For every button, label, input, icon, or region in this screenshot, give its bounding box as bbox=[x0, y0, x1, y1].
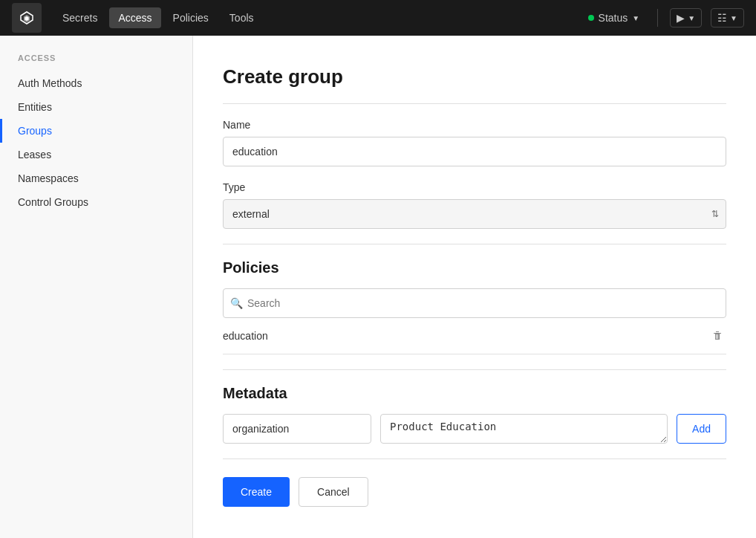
policies-divider bbox=[223, 244, 726, 244]
metadata-value-input[interactable] bbox=[380, 414, 668, 444]
terminal-button[interactable]: ▶ ▼ bbox=[670, 8, 702, 27]
sidebar-item-leases[interactable]: Leases bbox=[0, 143, 192, 166]
policy-row: education bbox=[223, 318, 726, 354]
top-nav: Secrets Access Policies Tools Status ▼ ▶… bbox=[0, 0, 756, 36]
vault-logo-icon bbox=[19, 10, 34, 25]
search-wrapper: 🔍 bbox=[223, 288, 726, 318]
sidebar-label-entities: Entities bbox=[18, 101, 52, 113]
actions: Create Cancel bbox=[223, 477, 726, 507]
sidebar-label-control-groups: Control Groups bbox=[18, 196, 88, 208]
layout: ACCESS Auth Methods Entities Groups Leas… bbox=[0, 36, 756, 538]
delete-policy-button[interactable] bbox=[708, 327, 726, 345]
nav-access[interactable]: Access bbox=[109, 7, 160, 28]
metadata-title: Metadata bbox=[223, 385, 726, 402]
status-chevron-icon: ▼ bbox=[632, 14, 639, 22]
type-label: Type bbox=[223, 181, 726, 193]
actions-divider bbox=[223, 458, 726, 459]
name-group: Name bbox=[223, 119, 726, 166]
nav-policies[interactable]: Policies bbox=[164, 7, 218, 28]
add-metadata-button[interactable]: Add bbox=[677, 414, 726, 444]
sidebar-item-auth-methods[interactable]: Auth Methods bbox=[0, 71, 192, 95]
status-dot-icon bbox=[588, 15, 594, 21]
user-icon: ☷ bbox=[717, 12, 727, 24]
policies-title: Policies bbox=[223, 259, 726, 276]
nav-tools[interactable]: Tools bbox=[221, 7, 263, 28]
type-select-wrapper: internal external ⇅ bbox=[223, 199, 726, 229]
sidebar-label-auth-methods: Auth Methods bbox=[18, 77, 82, 89]
user-chevron-icon: ▼ bbox=[730, 14, 737, 22]
terminal-chevron-icon: ▼ bbox=[688, 14, 695, 22]
cancel-button[interactable]: Cancel bbox=[299, 477, 368, 507]
type-select[interactable]: internal external bbox=[223, 199, 726, 229]
status-label: Status bbox=[599, 12, 628, 24]
create-button[interactable]: Create bbox=[223, 477, 290, 507]
page-title: Create group bbox=[223, 65, 726, 88]
top-divider bbox=[223, 103, 726, 104]
metadata-key-input[interactable] bbox=[223, 414, 371, 444]
nav-secrets[interactable]: Secrets bbox=[53, 7, 106, 28]
metadata-divider bbox=[223, 369, 726, 370]
logo[interactable] bbox=[12, 3, 42, 33]
policies-search-input[interactable] bbox=[223, 288, 726, 318]
policies-section: Policies 🔍 education bbox=[223, 259, 726, 354]
name-label: Name bbox=[223, 119, 726, 131]
sidebar-item-groups[interactable]: Groups bbox=[0, 119, 192, 143]
policy-name: education bbox=[223, 330, 268, 342]
status-button[interactable]: Status ▼ bbox=[582, 9, 646, 27]
sidebar: ACCESS Auth Methods Entities Groups Leas… bbox=[0, 36, 193, 538]
sidebar-section-label: ACCESS bbox=[0, 54, 192, 71]
user-button[interactable]: ☷ ▼ bbox=[711, 8, 744, 27]
type-group: Type internal external ⇅ bbox=[223, 181, 726, 229]
search-icon: 🔍 bbox=[230, 297, 243, 309]
trash-icon bbox=[711, 330, 723, 342]
metadata-row: Add bbox=[223, 414, 726, 444]
sidebar-item-namespaces[interactable]: Namespaces bbox=[0, 166, 192, 190]
sidebar-item-entities[interactable]: Entities bbox=[0, 95, 192, 119]
metadata-section: Metadata Add bbox=[223, 385, 726, 444]
sidebar-label-groups: Groups bbox=[18, 125, 52, 137]
name-input[interactable] bbox=[223, 137, 726, 166]
main-content: Create group Name Type internal external… bbox=[193, 36, 756, 538]
terminal-icon: ▶ bbox=[677, 12, 685, 24]
nav-divider bbox=[657, 9, 658, 27]
nav-right: Status ▼ ▶ ▼ ☷ ▼ bbox=[582, 8, 744, 27]
nav-links: Secrets Access Policies Tools bbox=[53, 7, 576, 28]
sidebar-item-control-groups[interactable]: Control Groups bbox=[0, 190, 192, 214]
sidebar-label-leases: Leases bbox=[18, 149, 51, 161]
sidebar-label-namespaces: Namespaces bbox=[18, 172, 79, 184]
